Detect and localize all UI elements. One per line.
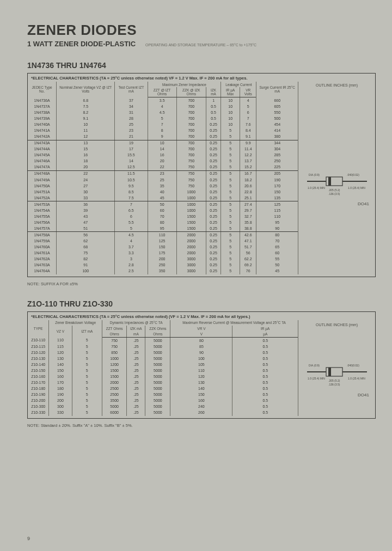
section2-heading: Z1O-110 THRU Z1O-330 <box>27 299 376 308</box>
diode-outline-icon: DIA.(0.9) .040(0.02) 1.0 (25.4) MIN 1.0 … <box>304 165 370 198</box>
table-row: 1N4736A6.8373.57001104660 DIA.(0.9) .040… <box>28 97 375 104</box>
svg-text:.205 (5.2): .205 (5.2) <box>328 188 340 192</box>
outline-cell-1: OUTLINE INCHES (mm) <box>298 82 376 97</box>
page-title: ZENER DIODES <box>27 22 376 39</box>
col-type: JEDEC Type No. <box>28 82 57 97</box>
section1-table: *ELECTRICAL CHARACTERISTICS (TA = 25°C u… <box>27 73 376 277</box>
svg-text:1.0 (25.4) MIN: 1.0 (25.4) MIN <box>348 186 365 189</box>
col2-izt: IZT mA <box>72 326 102 337</box>
table-row: Z10-1101105750.255000800.5 DIA.(0.9) .04… <box>28 338 375 344</box>
col2-izk: IZK mA <box>127 326 145 331</box>
outline-label-2: OUTLINE INCHES (mm) <box>300 323 373 327</box>
section2-table: *ELECTRICAL CHARACTERISTICS (TA = 25°C u… <box>27 311 376 419</box>
col2-ir: IR µA <box>232 326 298 331</box>
col2-vz: VZ V <box>49 326 72 337</box>
package-label: DO41 <box>300 389 373 397</box>
svg-text:DIA.(0.9): DIA.(0.9) <box>309 173 320 176</box>
col-surge: Surge Current IR 25°C mA <box>256 82 298 97</box>
col-ir: IR µA Max <box>221 87 240 97</box>
svg-text:.040(0.02): .040(0.02) <box>347 173 359 176</box>
col2-imp-group: Dynamic Impedances @ 25°C TA <box>102 320 170 326</box>
subtitle: 1 WATT ZENER DIODE-PLASTIC <box>27 40 136 48</box>
col-izt: Test Current IZT mA <box>115 82 148 97</box>
diode-outline-icon: DIA.(0.9) .040(0.02) 1.0 (25.4) MIN 1.0 … <box>304 356 370 388</box>
section2-note: NOTE: Standard ± 20%. Suffix "A" ± 10%. … <box>27 423 376 428</box>
col-izk: IZK mA <box>206 87 221 97</box>
package-label: DO41 <box>300 198 373 206</box>
svg-text:1.0 (25.4) MIN: 1.0 (25.4) MIN <box>308 377 325 380</box>
col-zzk: ZZK @ IZK Ohms <box>176 87 206 97</box>
section1-table-title: *ELECTRICAL CHARACTERISTICS (TA = 25°C u… <box>28 74 375 82</box>
svg-text:1.0 (25.4) MIN: 1.0 (25.4) MIN <box>308 186 325 189</box>
page-number: 9 <box>27 536 30 541</box>
svg-text:.136 (3.5): .136 (3.5) <box>328 192 340 195</box>
col2-zzk: ZZK Ohms <box>145 326 170 331</box>
outline-label: OUTLINE INCHES (mm) <box>300 83 373 88</box>
col-vr: VR Volts <box>240 87 256 97</box>
col2-vz-group: Zener Breakdown Voltage <box>49 320 102 326</box>
col2-rev-group: Maximum Reverse Current @ Measurement Vo… <box>170 320 298 326</box>
col-leak-group: Leakage Current <box>221 82 256 87</box>
section1-note: NOTE: SUFFIX A FOR ±5% <box>27 281 376 286</box>
svg-text:.040(0.02): .040(0.02) <box>347 364 359 367</box>
svg-text:1.0 (25.4) MIN: 1.0 (25.4) MIN <box>348 377 365 380</box>
col2-type: TYPE <box>28 320 49 338</box>
section2-table-title: *ELECTRICAL CHARACTERISTICS (TA = 25°C u… <box>28 312 375 320</box>
svg-rect-12 <box>328 368 331 376</box>
section1-heading: 1N4736 THRU 1N4764 <box>27 61 376 70</box>
col-zzt: ZZT @ IZT Ohms <box>148 87 176 97</box>
col-imp-group: Maximum Zener Impedance <box>148 82 221 87</box>
col2-vr: VR V <box>170 326 232 331</box>
outline-cell-2: OUTLINE INCHES (mm) <box>298 320 376 338</box>
svg-text:.136 (3.5): .136 (3.5) <box>328 383 340 386</box>
temperature-note: OPERATING AND STORAGE TEMPERATURE – 65°C… <box>145 43 256 47</box>
col-vz: Nominal Zener Voltage VZ @ IZT Volts <box>57 82 115 97</box>
svg-text:DIA.(0.9): DIA.(0.9) <box>309 364 320 367</box>
col2-zzt: ZZT Ohms <box>102 326 127 331</box>
svg-text:.205 (5.2): .205 (5.2) <box>328 379 340 382</box>
svg-rect-2 <box>328 177 331 186</box>
